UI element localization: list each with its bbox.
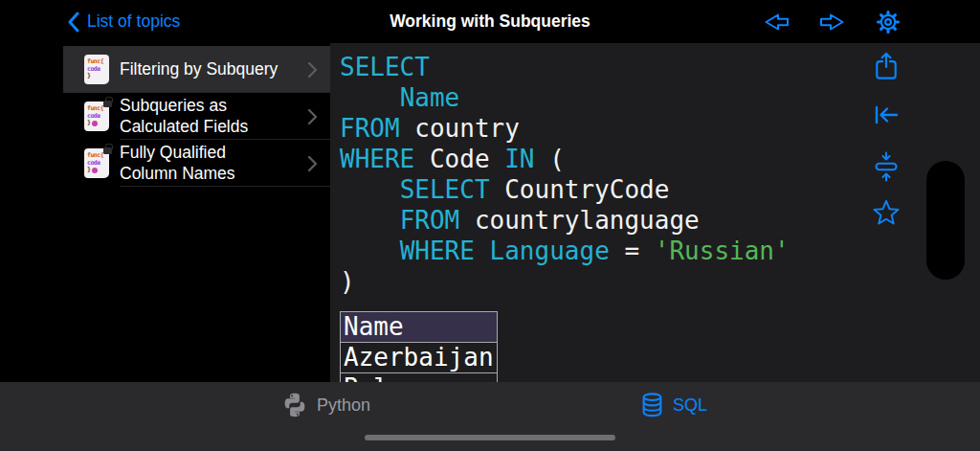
share-icon: [872, 51, 901, 82]
navigate-back-arrow-button[interactable]: [762, 11, 791, 34]
python-logo-icon: [281, 392, 308, 418]
result-cell: Belarus: [341, 373, 498, 383]
code-file-icon: func{code}: [84, 101, 109, 131]
sidebar-item-0[interactable]: func{code}Filtering by Subquery: [63, 46, 330, 93]
chevron-right-icon: [307, 108, 318, 125]
app-screen: List of topics Working with Subqueries: [0, 0, 980, 451]
code-file-icon: func{code}: [84, 55, 109, 84]
database-icon: [640, 392, 664, 418]
premium-dot: [92, 168, 98, 173]
chevron-right-icon: [307, 61, 318, 79]
query-result-table: NameAzerbaijanBelarus: [340, 311, 498, 382]
topic-list: func{code}Filtering by Subqueryfunc{code…: [63, 46, 330, 187]
settings-gear-button[interactable]: [875, 9, 902, 35]
code-line-1: Name: [340, 82, 790, 113]
topic-label: Subqueries asCalculated Fields: [120, 96, 307, 137]
topic-label: Filtering by Subquery: [120, 59, 307, 80]
topics-sidebar: func{code}Filtering by Subqueryfunc{code…: [63, 46, 330, 187]
back-to-topics-button[interactable]: List of topics: [67, 0, 180, 43]
collapse-button[interactable]: [871, 150, 902, 183]
scroll-to-start-button[interactable]: [871, 103, 902, 126]
collapse-icon: [872, 150, 901, 183]
scroll-to-start-icon: [872, 103, 901, 126]
favorite-button[interactable]: [871, 198, 902, 226]
star-icon: [872, 198, 901, 226]
top-navigation-bar: List of topics Working with Subqueries: [0, 0, 980, 43]
nav-actions: [762, 0, 902, 43]
navigate-forward-arrow-button[interactable]: [818, 11, 847, 34]
topic-label: Fully QualifiedColumn Names: [120, 143, 307, 184]
sql-code-block: SELECT NameFROM countryWHERE Code IN ( S…: [340, 52, 790, 297]
back-button-label: List of topics: [87, 11, 180, 32]
share-button[interactable]: [871, 51, 902, 82]
lock-icon: [103, 101, 112, 107]
scroll-indicator-pill[interactable]: [926, 161, 965, 280]
code-line-2: FROM country: [340, 113, 790, 144]
code-line-0: SELECT: [340, 52, 790, 82]
tab-sql-label: SQL: [673, 395, 707, 416]
code-line-4: SELECT CountryCode: [340, 174, 790, 205]
sidebar-item-2[interactable]: func{code}Fully QualifiedColumn Names: [63, 140, 330, 187]
premium-dot: [92, 121, 98, 126]
sidebar-item-1[interactable]: func{code}Subqueries asCalculated Fields: [63, 93, 330, 140]
query-result-table-wrap: NameAzerbaijanBelarus: [340, 311, 498, 382]
home-indicator[interactable]: [365, 435, 615, 440]
code-file-icon: func{code}: [84, 148, 109, 178]
tab-python-label: Python: [317, 395, 370, 416]
lesson-content-area: SELECT NameFROM countryWHERE Code IN ( S…: [330, 43, 980, 382]
tab-sql[interactable]: SQL: [640, 390, 707, 420]
chevron-left-icon: [67, 11, 79, 33]
code-line-3: WHERE Code IN (: [340, 144, 790, 174]
result-column-header: Name: [341, 312, 498, 343]
result-row: Azerbaijan: [341, 343, 498, 373]
code-line-7: ): [340, 266, 790, 297]
code-line-5: FROM countrylanguage: [340, 205, 790, 236]
result-row: Belarus: [341, 373, 498, 383]
code-line-6: WHERE Language = 'Russian': [340, 236, 790, 266]
lock-icon: [103, 147, 112, 154]
language-tab-bar: Python SQL: [0, 382, 980, 451]
tab-python[interactable]: Python: [281, 390, 370, 420]
result-cell: Azerbaijan: [341, 343, 498, 373]
chevron-right-icon: [307, 155, 318, 172]
